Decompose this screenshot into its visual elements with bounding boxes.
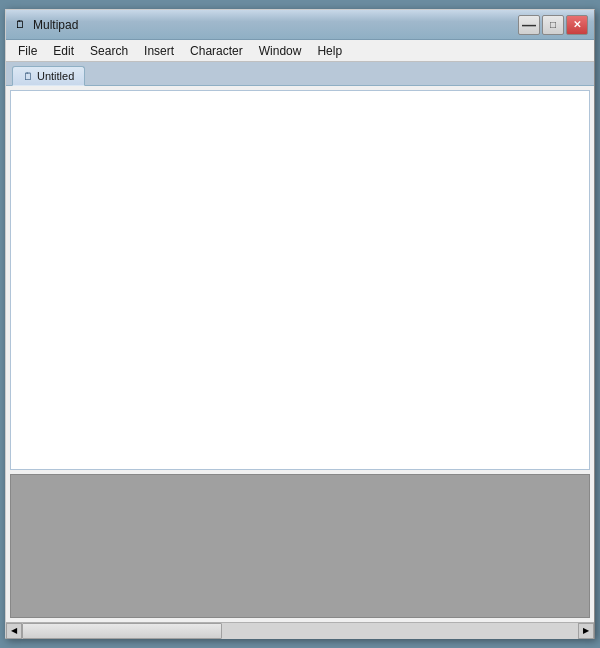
tab-bar: 🗒 Untitled xyxy=(6,62,594,86)
menu-search[interactable]: Search xyxy=(82,42,136,60)
tab-icon: 🗒 xyxy=(23,71,33,82)
menu-character[interactable]: Character xyxy=(182,42,251,60)
tab-untitled[interactable]: 🗒 Untitled xyxy=(12,66,85,86)
gray-area xyxy=(10,474,590,618)
menu-help[interactable]: Help xyxy=(309,42,350,60)
horizontal-scrollbar[interactable]: ◀ ▶ xyxy=(6,622,594,638)
scroll-left-button[interactable]: ◀ xyxy=(6,623,22,639)
window-title: Multipad xyxy=(33,18,78,32)
minimize-button[interactable]: — xyxy=(518,15,540,35)
menu-insert[interactable]: Insert xyxy=(136,42,182,60)
maximize-button[interactable]: □ xyxy=(542,15,564,35)
menu-window[interactable]: Window xyxy=(251,42,310,60)
main-window: 🗒 Multipad — □ ✕ File Edit Search Insert… xyxy=(5,9,595,639)
menu-bar: File Edit Search Insert Character Window… xyxy=(6,40,594,62)
document-area[interactable] xyxy=(10,90,590,470)
content-area xyxy=(6,86,594,622)
close-button[interactable]: ✕ xyxy=(566,15,588,35)
menu-file[interactable]: File xyxy=(10,42,45,60)
title-bar-left: 🗒 Multipad xyxy=(12,17,78,33)
app-icon: 🗒 xyxy=(12,17,28,33)
menu-edit[interactable]: Edit xyxy=(45,42,82,60)
title-bar: 🗒 Multipad — □ ✕ xyxy=(6,10,594,40)
scrollbar-thumb[interactable] xyxy=(22,623,222,639)
title-bar-buttons: — □ ✕ xyxy=(518,15,588,35)
tab-label: Untitled xyxy=(37,70,74,82)
scrollbar-track[interactable] xyxy=(22,623,578,639)
scroll-right-button[interactable]: ▶ xyxy=(578,623,594,639)
